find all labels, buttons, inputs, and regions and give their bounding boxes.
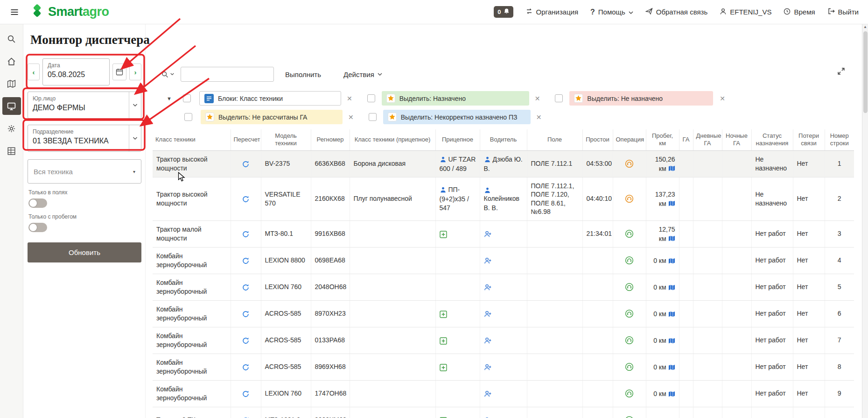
column-header[interactable]: Водитель — [480, 129, 527, 150]
cell-mileage[interactable]: 0 км — [646, 300, 679, 327]
track-map-icon[interactable] — [668, 200, 675, 207]
cell-operation[interactable] — [613, 220, 646, 247]
legal-entity-select[interactable]: Юр.лицо ДЕМО ФЕРМЫ — [28, 92, 141, 119]
column-header[interactable]: Класс техники (прицепное) — [350, 129, 435, 150]
close-icon[interactable]: ✕ — [348, 113, 354, 121]
recalculate-icon[interactable] — [242, 310, 250, 318]
cell-implement[interactable] — [435, 354, 480, 380]
refresh-button[interactable]: Обновить — [28, 242, 141, 262]
column-header[interactable]: Прицепное — [435, 129, 480, 150]
operation-status-icon[interactable] — [625, 389, 634, 398]
track-map-icon[interactable] — [668, 337, 675, 344]
operation-status-icon[interactable] — [625, 194, 634, 203]
implement-assigned-icon[interactable] — [440, 156, 447, 163]
cell-driver[interactable] — [480, 407, 527, 418]
operation-status-icon[interactable] — [625, 416, 634, 418]
cell-driver[interactable] — [480, 220, 527, 247]
maximize-icon[interactable] — [837, 67, 845, 77]
column-header[interactable]: Ночные ГА — [722, 129, 751, 150]
column-header[interactable]: ГА — [679, 129, 693, 150]
recalculate-icon[interactable] — [242, 337, 250, 345]
cell-recalc[interactable] — [231, 177, 261, 220]
search-options-button[interactable] — [161, 71, 174, 78]
notifications-button[interactable]: 0 — [494, 6, 513, 18]
cell-implement[interactable] — [435, 327, 480, 354]
column-header[interactable]: Простои — [582, 129, 613, 150]
nav-logout[interactable]: Выйти — [827, 7, 859, 16]
add-implement-icon[interactable] — [440, 231, 447, 238]
recalculate-icon[interactable] — [242, 195, 250, 203]
cell-implement[interactable] — [435, 247, 480, 274]
date-prev-button[interactable]: ‹ — [28, 64, 40, 80]
recalculate-icon[interactable] — [242, 283, 250, 291]
table-row[interactable]: Комбайн зерноуборочныйLEXION 7601747ОН68… — [153, 380, 854, 407]
table-row[interactable]: Трактор 3 ТКМТЗ-1221.39903ХМ680 км — [153, 407, 854, 418]
only-in-fields-toggle[interactable] — [28, 198, 47, 208]
chip-blocks[interactable]: Блоки: Класс техники — [199, 91, 341, 106]
add-implement-icon[interactable] — [440, 311, 447, 318]
operation-status-icon[interactable] — [625, 336, 634, 345]
recalculate-icon[interactable] — [242, 230, 250, 238]
only-with-mileage-toggle[interactable] — [28, 223, 47, 232]
recalculate-icon[interactable] — [242, 257, 250, 265]
cell-mileage[interactable]: 0 км — [646, 380, 679, 407]
column-header[interactable]: Дневные ГА — [693, 129, 722, 150]
date-next-button[interactable]: › — [129, 64, 141, 80]
close-icon[interactable]: ✕ — [347, 95, 352, 102]
rail-search-icon[interactable] — [2, 30, 21, 48]
actions-menu-button[interactable]: Действия — [343, 71, 382, 78]
track-map-icon[interactable] — [668, 311, 675, 318]
cell-recalc[interactable] — [231, 354, 261, 380]
table-row[interactable]: Трактор высокой мощностиVERSATILE 570216… — [153, 177, 854, 220]
recalculate-icon[interactable] — [242, 390, 250, 398]
table-row[interactable]: Комбайн зерноуборочныйACROS-5850133РА680… — [153, 327, 854, 354]
cell-driver[interactable] — [480, 300, 527, 327]
division-select[interactable]: Подразделение 01 ЗВЕЗДА ТЕХНИКА — [28, 125, 141, 152]
track-map-icon[interactable] — [668, 284, 675, 291]
cell-mileage[interactable]: 0 км — [646, 354, 679, 380]
cell-mileage[interactable]: 0 км — [646, 407, 679, 418]
driver-assigned-icon[interactable] — [484, 187, 491, 194]
column-header[interactable]: Номер строки — [825, 129, 854, 150]
cell-recalc[interactable] — [231, 327, 261, 354]
add-driver-icon[interactable] — [484, 310, 492, 318]
track-map-icon[interactable] — [668, 257, 675, 264]
add-driver-icon[interactable] — [484, 230, 492, 238]
add-driver-icon[interactable] — [484, 363, 492, 371]
cell-mileage[interactable]: 12,75 км — [646, 220, 679, 247]
add-implement-icon[interactable] — [440, 364, 447, 371]
cell-driver[interactable] — [480, 274, 527, 300]
cell-recalc[interactable] — [231, 380, 261, 407]
rail-settings-icon[interactable] — [2, 120, 21, 137]
scrollbar-thumb[interactable] — [863, 31, 868, 113]
close-icon[interactable]: ✕ — [720, 95, 725, 102]
track-map-icon[interactable] — [668, 390, 675, 397]
add-driver-icon[interactable] — [484, 257, 492, 265]
add-driver-icon[interactable] — [484, 337, 492, 345]
column-header[interactable]: Операция — [613, 129, 646, 150]
date-field[interactable]: Дата 05.08.2025 — [42, 58, 110, 85]
cell-operation[interactable] — [613, 274, 646, 300]
close-icon[interactable]: ✕ — [536, 113, 542, 121]
cell-recalc[interactable] — [231, 274, 261, 300]
rail-table-icon[interactable] — [2, 142, 21, 160]
scrollbar-up-icon[interactable]: ▲ — [862, 25, 868, 29]
vertical-scrollbar[interactable]: ▲ — [862, 24, 868, 418]
cell-recalc[interactable] — [231, 407, 261, 418]
operation-status-icon[interactable] — [625, 283, 634, 291]
cell-mileage[interactable]: 0 км — [646, 327, 679, 354]
operation-status-icon[interactable] — [625, 256, 634, 265]
operation-status-icon[interactable] — [625, 362, 634, 371]
cell-implement[interactable] — [435, 380, 480, 407]
cell-mileage[interactable]: 0 км — [646, 274, 679, 300]
rail-home-icon[interactable] — [2, 52, 21, 70]
close-icon[interactable]: ✕ — [535, 95, 540, 102]
cell-operation[interactable] — [613, 354, 646, 380]
cell-driver[interactable]: Дзюба Ю. В. — [480, 150, 527, 177]
column-header[interactable]: Статус назначения — [751, 129, 793, 150]
track-map-icon[interactable] — [668, 235, 675, 242]
nav-feedback[interactable]: Обратная связь — [645, 7, 708, 16]
cell-mileage[interactable]: 0 км — [646, 247, 679, 274]
chip-highlight-not-assigned[interactable]: Выделить: Не назначено — [569, 91, 713, 106]
cell-implement[interactable] — [435, 220, 480, 247]
